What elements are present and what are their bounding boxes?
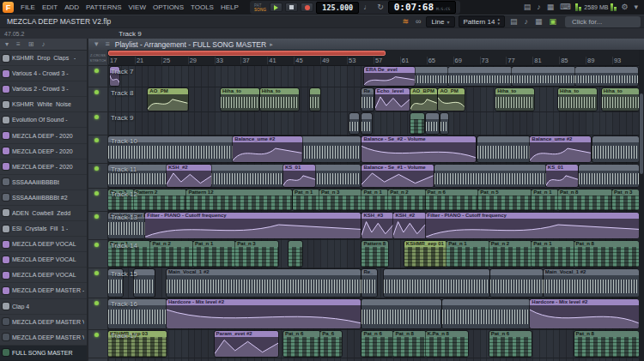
browser-item[interactable]: MEZCLA DEEP - 2020_ xyxy=(0,128,87,143)
audio-clip[interactable]: Hiha_to xyxy=(495,88,534,111)
automation-clip[interactable]: Hardcore - Mix level #2 xyxy=(530,299,639,328)
fl-logo-icon[interactable]: F xyxy=(3,2,14,13)
pat-song-switch[interactable]: PAT SONG xyxy=(254,3,266,12)
track-name[interactable]: Track 10 xyxy=(111,137,137,145)
browser-item[interactable]: MEZCLA DEEP VOCAL_ xyxy=(0,268,87,283)
track-controls[interactable] xyxy=(88,87,107,112)
pattern-clip[interactable]: Pat_n 1 xyxy=(532,241,574,267)
audio-clip[interactable] xyxy=(361,299,441,328)
audio-clip[interactable] xyxy=(440,113,448,134)
automation-clip[interactable]: AO_PM xyxy=(148,88,187,111)
pattern-selector[interactable]: Pattern 14 ▴▾ xyxy=(459,15,505,27)
audio-clip[interactable] xyxy=(592,136,639,162)
step-sequencer-icon[interactable]: ≋ xyxy=(400,18,410,26)
track-enable-led[interactable] xyxy=(94,138,99,142)
track-name[interactable]: Track 8 xyxy=(111,89,133,97)
time-display[interactable]: 0:07:68 M:S:CS xyxy=(388,1,457,14)
play-button[interactable] xyxy=(270,3,283,12)
playlist-grid[interactable]: Track 7ERA De_evelTrack 8AO_PMHiha_toHih… xyxy=(108,66,639,361)
pattern-clip[interactable]: Pat_n 1 xyxy=(293,190,319,210)
browser-item[interactable]: MEZCLA DEEP VOCAL_ xyxy=(0,237,87,252)
menu-edit[interactable]: EDIT xyxy=(39,3,61,11)
audio-clip[interactable] xyxy=(477,136,531,162)
track-name[interactable]: Track 12 xyxy=(111,190,137,198)
pattern-clip[interactable]: Pat_n 6 xyxy=(283,331,320,357)
playlist-options-icon[interactable]: ≡ xyxy=(104,40,112,48)
track-enable-led[interactable] xyxy=(94,243,99,247)
timeline-ruler[interactable]: 1721252933374145495357616569737781858993 xyxy=(108,50,639,66)
pattern-clip[interactable]: K.Pa_n 8 xyxy=(426,331,468,357)
track-controls[interactable] xyxy=(88,189,107,212)
automation-clip[interactable]: Balance_ume #2 xyxy=(530,136,591,162)
browser-item[interactable]: SSSAAAiiiiBBBBt #2 xyxy=(0,190,87,206)
track-enable-led[interactable] xyxy=(94,301,99,305)
automation-clip[interactable]: KS_01 xyxy=(283,165,315,187)
track-name[interactable]: Track 17 xyxy=(111,332,137,340)
menu-patterns[interactable]: PATTERNS xyxy=(82,3,125,11)
audio-clip[interactable] xyxy=(579,165,639,187)
piano-roll-view-icon[interactable]: ♪ xyxy=(522,18,530,26)
pattern-clip[interactable]: Pat_n 6 xyxy=(489,331,532,357)
playlist-track-lane[interactable]: Track 11KSH_#2KS_01Balance - Se_#1 - Vol… xyxy=(108,164,639,189)
audio-clip[interactable] xyxy=(349,113,359,134)
record-button[interactable] xyxy=(301,3,313,12)
playlist-track-lane[interactable]: Track 10Balance_ume #2Balance - Se_#2 - … xyxy=(108,135,639,164)
track-controls[interactable] xyxy=(88,212,107,240)
automation-clip[interactable]: Hardcore - Mix level #2 xyxy=(167,299,361,328)
automation-clip[interactable]: KSH_#2 xyxy=(393,213,425,238)
pattern-clip[interactable]: Pattern 8 xyxy=(361,241,388,267)
menu-options[interactable]: OPTIONS xyxy=(149,3,187,11)
browser-collapse-icon[interactable]: ▾ xyxy=(3,41,10,48)
track-controls[interactable] xyxy=(88,330,107,358)
wait-for-input-icon[interactable]: ↻ xyxy=(375,3,386,11)
pattern-clip[interactable]: Pattern 12 xyxy=(186,190,291,210)
automation-clip[interactable]: Balance_ume #2 xyxy=(233,136,301,162)
automation-clip[interactable]: KSH_#2 xyxy=(167,165,212,187)
menu-file[interactable]: FILE xyxy=(17,3,39,11)
piano-roll-icon[interactable]: ♪ xyxy=(535,3,543,11)
playlist-track-lane[interactable]: Track 9 xyxy=(108,112,639,135)
mixer-icon[interactable]: ▦ xyxy=(545,3,556,11)
track-enable-led[interactable] xyxy=(94,271,99,275)
pattern-clip[interactable]: Pattern 2 xyxy=(134,190,187,210)
pattern-clip[interactable]: Pat_n 8 xyxy=(574,331,639,357)
menu-help[interactable]: HELP xyxy=(217,3,242,11)
audio-clip[interactable] xyxy=(448,67,512,86)
track-enable-led[interactable] xyxy=(94,90,99,94)
audio-clip[interactable]: Hiha_to xyxy=(602,88,639,111)
pattern-clip[interactable]: Pat_n 1 xyxy=(361,190,388,210)
mixer-view-icon[interactable]: ▦ xyxy=(533,18,544,26)
track-name[interactable]: Track 16 xyxy=(111,300,137,308)
settings-icon[interactable]: ⚙ xyxy=(619,3,629,11)
project-title[interactable]: MEZCLA DEEP MASTER V2.flp xyxy=(3,17,114,26)
track-enable-led[interactable] xyxy=(94,214,99,219)
plugin-picker-icon[interactable]: ▣ xyxy=(547,18,558,26)
audio-clip[interactable] xyxy=(426,113,439,134)
pattern-clip[interactable]: Pat_n 1 xyxy=(193,241,235,267)
audio-clip[interactable]: Re_ xyxy=(361,269,376,297)
audio-clip[interactable]: Re_ xyxy=(361,88,374,111)
menu-tools[interactable]: TOOLS xyxy=(187,3,217,11)
track-enable-led[interactable] xyxy=(94,166,99,171)
browser-item[interactable]: FULL SONG MASTER xyxy=(0,346,87,361)
track-name[interactable]: Track 9 xyxy=(111,114,133,122)
audio-clip[interactable]: Hiha_to xyxy=(260,88,299,111)
automation-clip[interactable]: Param_evet #2 xyxy=(215,331,278,357)
track-controls[interactable] xyxy=(88,135,107,164)
browser-item[interactable]: Various 2 - Crowd 3 - xyxy=(0,81,87,97)
menu-view[interactable]: VIEW xyxy=(125,3,149,11)
pattern-clip[interactable]: Pat_n 8 xyxy=(393,331,425,357)
automation-clip[interactable]: Balance - Se_#2 - Volume xyxy=(361,136,476,162)
browser-item[interactable]: KSHMR_Drop_Claps_ - xyxy=(0,51,87,66)
automation-clip[interactable]: Filter - PIANO - Cutoff frequency xyxy=(426,213,639,238)
automation-clip[interactable]: Echo_level xyxy=(375,88,410,111)
pattern-spinner[interactable]: ▴▾ xyxy=(497,17,500,26)
track-controls[interactable] xyxy=(88,298,107,330)
link-icon[interactable]: ∞ xyxy=(414,18,422,26)
playlist-track-lane[interactable]: Track 7ERA De_evel xyxy=(108,66,639,87)
audio-clip[interactable] xyxy=(384,269,489,297)
track-controls[interactable] xyxy=(88,240,107,268)
playlist-view-icon[interactable]: ▤ xyxy=(508,18,519,26)
audio-clip[interactable] xyxy=(310,88,320,111)
pattern-clip[interactable]: Pat_n 3 xyxy=(235,241,277,267)
